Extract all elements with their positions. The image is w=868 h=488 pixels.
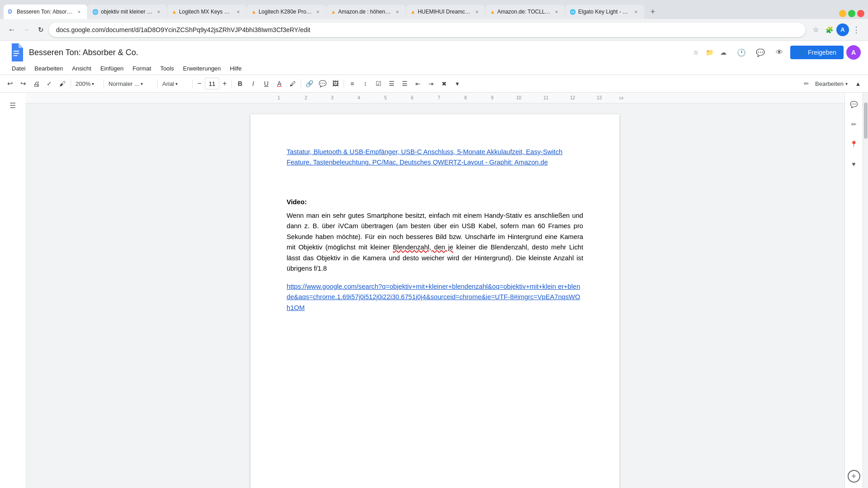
cloud-save-icon[interactable]: ☁	[717, 46, 730, 59]
right-sidebar-edit-icon[interactable]: ✏	[848, 118, 860, 131]
bookmark-icon[interactable]: ☆	[809, 23, 822, 36]
insert-comment-button[interactable]: 💬	[316, 77, 329, 90]
maximize-button[interactable]	[848, 10, 855, 17]
text-color-button[interactable]: A	[273, 77, 286, 90]
undo-button[interactable]: ↩	[4, 77, 16, 90]
more-options-button[interactable]: ▾	[451, 77, 463, 90]
comment-icon[interactable]: 💬	[752, 44, 769, 61]
tab-3-close[interactable]: ×	[235, 8, 242, 15]
insert-link-button[interactable]: 🔗	[303, 77, 316, 90]
forward-button[interactable]: →	[20, 23, 33, 36]
edit-mode-button[interactable]: Bearbeiten ▾	[811, 77, 851, 90]
menu-erweiterungen[interactable]: Erweiterungen	[179, 63, 226, 74]
bullets-button[interactable]: ☰	[385, 77, 398, 90]
add-section-button[interactable]: +	[848, 470, 860, 483]
share-button[interactable]: 👤 Freigeben	[790, 46, 844, 59]
toolbar-sep-1	[71, 79, 71, 88]
tab-5-label: Amazon.de : höhenverstell...	[338, 9, 392, 15]
align-button[interactable]: ≡	[346, 77, 359, 90]
menu-format[interactable]: Format	[128, 63, 156, 74]
tab-4[interactable]: ▲ Logitech K280e Pro Kabel... ×	[247, 5, 326, 19]
wavy-underline-text: Blendenzahl, den je	[393, 244, 453, 251]
clear-format-button[interactable]: ✖	[438, 77, 450, 90]
tab-7[interactable]: ▲ Amazon.de: TOCLL Smart... ×	[486, 5, 565, 19]
tab-1[interactable]: D Besseren Ton: Absorber &... ×	[4, 5, 87, 19]
numbered-list-button[interactable]: ☰	[398, 77, 411, 90]
user-avatar[interactable]: A	[846, 45, 861, 60]
right-sidebar-comment-icon[interactable]: 💬	[848, 98, 860, 111]
tab-3-favicon: ▲	[172, 9, 177, 14]
browser-menu-icon[interactable]: ⋮	[850, 23, 863, 36]
minimize-button[interactable]	[839, 10, 846, 17]
docs-header: Besseren Ton: Absorber & Co. ☆ 📁 ☁ 🕐 💬 👁…	[0, 41, 868, 75]
back-button[interactable]: ←	[5, 23, 18, 36]
tab-6[interactable]: ▲ HUEMIHUI Dreamcolour ... ×	[406, 5, 485, 19]
font-size-plus-button[interactable]: +	[220, 79, 230, 89]
move-to-folder-icon[interactable]: 📁	[703, 46, 716, 59]
font-size-minus-button[interactable]: −	[194, 79, 204, 89]
font-size-value[interactable]: 11	[205, 78, 219, 89]
spell-check-button[interactable]: ✓	[43, 77, 56, 90]
tab-1-label: Besseren Ton: Absorber &...	[17, 9, 73, 15]
line-spacing-button[interactable]: ↕	[359, 77, 372, 90]
menu-bearbeiten[interactable]: Bearbeiten	[30, 63, 67, 74]
docs-content-scroll[interactable]: 1 2 3 4 5 6 7 8 9 10 11 12 13 14	[25, 93, 844, 488]
collapse-toolbar-button[interactable]: ▲	[852, 77, 864, 90]
redo-button[interactable]: ↪	[17, 77, 29, 90]
right-sidebar-location-icon[interactable]: 📍	[848, 138, 860, 150]
tab-6-close[interactable]: ×	[473, 8, 481, 15]
indent-more-button[interactable]: ⇥	[425, 77, 437, 90]
checklist-button[interactable]: ☑	[372, 77, 385, 90]
zoom-select[interactable]: 200% ▾	[73, 77, 102, 90]
italic-button[interactable]: I	[247, 77, 259, 90]
video-paragraph: Wenn man ein sehr gutes Smartphone besit…	[287, 211, 583, 274]
present-icon[interactable]: 👁	[771, 44, 788, 61]
tab-3-label: Logitech MX Keys Kabel...	[179, 9, 232, 15]
extensions-icon[interactable]: 🧩	[823, 23, 835, 36]
bold-button[interactable]: B	[234, 77, 246, 90]
address-input[interactable]	[49, 23, 806, 37]
tab-8[interactable]: 🌐 Elgato Key Light - Profes... ×	[565, 5, 644, 19]
tab-2-close[interactable]: ×	[155, 8, 162, 15]
add-tab-button[interactable]: +	[646, 5, 659, 18]
tab-1-close[interactable]: ×	[75, 8, 83, 15]
menu-hilfe[interactable]: Hilfe	[226, 63, 246, 74]
amazon-link[interactable]: Tastatur, Bluetooth & USB-Empfänger, USB…	[287, 147, 583, 168]
tab-3[interactable]: ▲ Logitech MX Keys Kabel... ×	[167, 5, 246, 19]
outline-icon[interactable]: ☰	[5, 98, 20, 113]
tab-5[interactable]: ▲ Amazon.de : höhenverstell... ×	[326, 5, 406, 19]
right-sidebar-heart-icon[interactable]: ♥	[848, 158, 860, 170]
tab-8-close[interactable]: ×	[632, 8, 640, 15]
reload-button[interactable]: ↻	[34, 23, 47, 36]
vertical-scrollbar[interactable]	[863, 93, 868, 488]
menu-tools[interactable]: Tools	[156, 63, 178, 74]
indent-less-button[interactable]: ⇤	[411, 77, 424, 90]
insert-image-button[interactable]: 🖼	[329, 77, 342, 90]
tab-bar: D Besseren Ton: Absorber &... × 🌐 objekt…	[0, 0, 868, 19]
style-select[interactable]: Normaler ... ▾	[106, 77, 156, 90]
tab-1-favicon: D	[8, 9, 14, 15]
ruler-content: 1 2 3 4 5 6 7 8 9 10 11 12 13 14	[250, 93, 619, 103]
menu-ansicht[interactable]: Ansicht	[67, 63, 96, 74]
highlight-button[interactable]: 🖊	[286, 77, 299, 90]
favorite-icon[interactable]: ☆	[690, 46, 703, 59]
tab-7-close[interactable]: ×	[553, 8, 560, 15]
scrollbar-thumb[interactable]	[864, 103, 868, 139]
close-button[interactable]	[857, 10, 864, 17]
docs-main: ☰ 1 2 3 4 5 6 7 8	[0, 93, 868, 488]
tab-4-close[interactable]: ×	[314, 8, 321, 15]
svg-rect-0	[14, 51, 19, 52]
last-edit-icon[interactable]: 🕐	[733, 44, 750, 61]
google-search-link[interactable]: https://www.google.com/search?q=objektiv…	[287, 283, 580, 311]
tab-2[interactable]: 🌐 objektiv mit kleiner blend... ×	[88, 5, 167, 19]
menu-datei[interactable]: Datei	[7, 63, 30, 74]
print-button[interactable]: 🖨	[30, 77, 42, 90]
tab-5-close[interactable]: ×	[394, 8, 401, 15]
font-select[interactable]: Arial ▾	[160, 77, 190, 90]
toolbar-sep-5	[231, 79, 232, 88]
profile-icon[interactable]: A	[836, 23, 849, 36]
underline-button[interactable]: U	[260, 77, 273, 90]
menu-einfuegen[interactable]: Einfügen	[96, 63, 128, 74]
paint-format-button[interactable]: 🖌	[56, 77, 69, 90]
docs-title[interactable]: Besseren Ton: Absorber & Co.	[29, 48, 686, 57]
